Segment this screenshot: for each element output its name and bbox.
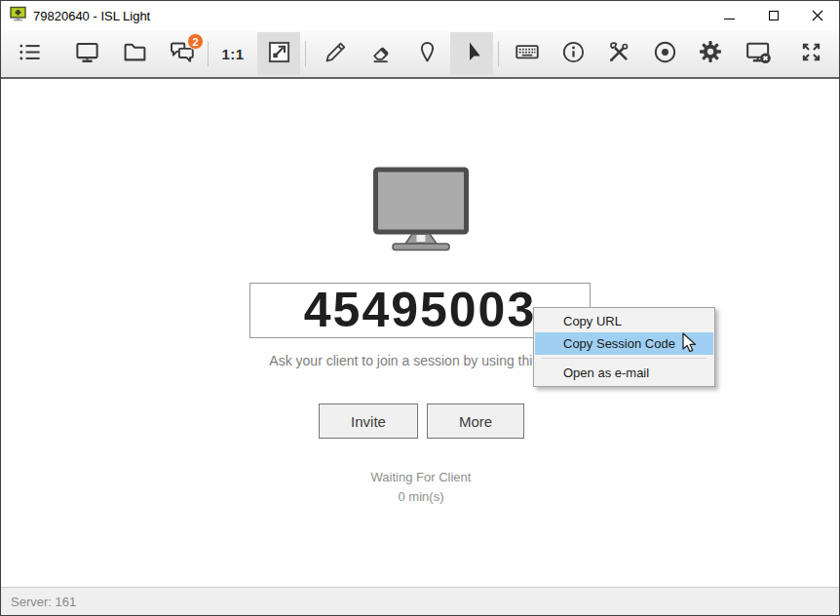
- titlebar: 79820640 - ISL Light: [1, 1, 839, 30]
- server-label: Server: 161: [11, 595, 76, 609]
- maximize-button[interactable]: [751, 1, 795, 30]
- app-icon: [10, 6, 26, 26]
- menu-item-copy-url[interactable]: Copy URL: [535, 310, 713, 332]
- toolbar-separator: [498, 41, 499, 66]
- fit-to-screen-button[interactable]: [257, 32, 300, 75]
- eraser-button[interactable]: [360, 32, 402, 75]
- end-session-button[interactable]: [737, 32, 780, 75]
- toolbar: 2 1:1: [1, 30, 839, 79]
- minimize-icon: [724, 19, 735, 19]
- desktop-button[interactable]: [65, 32, 108, 75]
- menu-item-open-as-email[interactable]: Open as e-mail: [535, 362, 713, 384]
- close-button[interactable]: [795, 1, 839, 30]
- maximize-icon: [769, 11, 779, 20]
- waiting-status: Waiting For Client: [1, 470, 840, 484]
- list-menu-icon: [17, 39, 43, 69]
- monitor-close-icon: [745, 38, 773, 70]
- invite-button[interactable]: Invite: [319, 404, 418, 439]
- gear-icon: [697, 38, 724, 69]
- draw-button[interactable]: [314, 32, 357, 75]
- window-controls: [707, 1, 839, 30]
- minimize-button[interactable]: [707, 1, 751, 30]
- toolbar-separator: [208, 41, 209, 66]
- info-button[interactable]: [552, 32, 594, 75]
- chat-badge: 2: [187, 33, 204, 50]
- pin-icon: [414, 39, 440, 69]
- elapsed-time: 0 min(s): [1, 489, 840, 504]
- settings-button[interactable]: [689, 32, 732, 75]
- eraser-icon: [368, 39, 395, 69]
- scale-arrow-icon: [266, 39, 292, 69]
- info-icon: [560, 39, 587, 69]
- one-to-one-label: 1:1: [221, 46, 244, 62]
- isl-light-window: 79820640 - ISL Light: [0, 0, 840, 616]
- record-icon: [652, 39, 678, 69]
- monitor-illustration: [372, 167, 470, 256]
- close-icon: [812, 10, 823, 21]
- tools-icon: [606, 39, 632, 69]
- keyboard-icon: [514, 38, 541, 69]
- monitor-icon: [74, 39, 100, 69]
- expand-arrows-icon: [798, 39, 824, 69]
- main-menu-button[interactable]: [8, 32, 51, 75]
- marker-button[interactable]: [405, 32, 448, 75]
- pencil-icon: [323, 39, 349, 69]
- admin-tools-button[interactable]: [597, 32, 640, 75]
- record-button[interactable]: [643, 32, 686, 75]
- keyboard-button[interactable]: [506, 32, 549, 75]
- fullscreen-button[interactable]: [789, 32, 832, 75]
- mouse-cursor-icon: [680, 331, 701, 359]
- session-code: 45495003: [304, 286, 536, 336]
- toolbar-separator: [305, 41, 306, 66]
- statusbar: Server: 161: [1, 587, 839, 615]
- window-title: 79820640 - ISL Light: [33, 9, 150, 23]
- folder-icon: [122, 39, 148, 69]
- more-button[interactable]: More: [427, 404, 524, 439]
- cursor-arrow-icon: [459, 39, 485, 69]
- select-tool-button[interactable]: [450, 32, 493, 75]
- file-transfer-button[interactable]: [113, 32, 156, 75]
- chat-button[interactable]: 2: [161, 32, 204, 75]
- actual-size-button[interactable]: 1:1: [211, 32, 254, 75]
